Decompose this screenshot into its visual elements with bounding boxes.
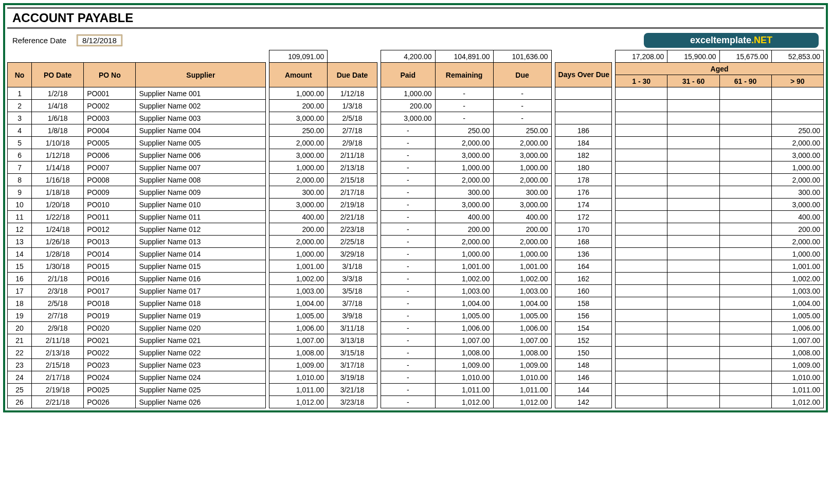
cell-remaining[interactable]: 1,007.00 xyxy=(435,334,493,347)
cell-days[interactable]: 158 xyxy=(555,297,612,310)
cell-duedate[interactable]: 3/1/18 xyxy=(328,260,377,273)
cell-aged-1[interactable] xyxy=(616,396,667,408)
cell-days[interactable]: 154 xyxy=(555,322,612,334)
cell-aged-3[interactable] xyxy=(719,199,771,211)
cell-days[interactable]: 174 xyxy=(555,199,612,211)
cell-aged-4[interactable]: 1,007.00 xyxy=(771,334,823,347)
cell-podate[interactable]: 2/5/18 xyxy=(32,297,84,310)
cell-paid[interactable]: - xyxy=(381,211,435,223)
cell-podate[interactable]: 1/4/18 xyxy=(32,100,84,112)
cell-aged-1[interactable] xyxy=(616,124,667,137)
cell-aged-2[interactable] xyxy=(667,223,719,236)
cell-duedate[interactable]: 2/15/18 xyxy=(328,174,377,186)
cell-duedate[interactable]: 3/23/18 xyxy=(328,396,377,408)
cell-amount[interactable]: 1,006.00 xyxy=(269,322,328,334)
cell-supplier[interactable]: Supplier Name 010 xyxy=(136,199,266,211)
cell-aged-4[interactable]: 1,011.00 xyxy=(771,384,823,396)
cell-remaining[interactable]: - xyxy=(435,100,493,112)
cell-amount[interactable]: 1,004.00 xyxy=(269,297,328,310)
cell-podate[interactable]: 2/9/18 xyxy=(32,322,84,334)
cell-amount[interactable]: 1,000.00 xyxy=(269,248,328,260)
cell-no[interactable]: 25 xyxy=(8,384,32,396)
cell-supplier[interactable]: Supplier Name 005 xyxy=(136,137,266,149)
cell-remaining[interactable]: 1,012.00 xyxy=(435,396,493,408)
cell-podate[interactable]: 1/10/18 xyxy=(32,137,84,149)
cell-amount[interactable]: 1,010.00 xyxy=(269,371,328,384)
cell-due[interactable]: 1,011.00 xyxy=(493,384,551,396)
cell-no[interactable]: 24 xyxy=(8,371,32,384)
cell-amount[interactable]: 1,007.00 xyxy=(269,334,328,347)
cell-aged-1[interactable] xyxy=(616,285,667,297)
cell-podate[interactable]: 1/14/18 xyxy=(32,161,84,174)
cell-no[interactable]: 12 xyxy=(8,223,32,236)
cell-aged-3[interactable] xyxy=(719,297,771,310)
cell-duedate[interactable]: 3/29/18 xyxy=(328,248,377,260)
cell-pono[interactable]: PO016 xyxy=(84,273,136,285)
cell-amount[interactable]: 1,011.00 xyxy=(269,384,328,396)
cell-supplier[interactable]: Supplier Name 024 xyxy=(136,371,266,384)
cell-aged-1[interactable] xyxy=(616,199,667,211)
cell-due[interactable]: 250.00 xyxy=(493,124,551,137)
cell-pono[interactable]: PO010 xyxy=(84,199,136,211)
cell-supplier[interactable]: Supplier Name 002 xyxy=(136,100,266,112)
cell-remaining[interactable]: 1,008.00 xyxy=(435,347,493,359)
cell-pono[interactable]: PO018 xyxy=(84,297,136,310)
cell-duedate[interactable]: 3/13/18 xyxy=(328,334,377,347)
cell-due[interactable]: - xyxy=(493,112,551,124)
cell-pono[interactable]: PO014 xyxy=(84,248,136,260)
cell-pono[interactable]: PO004 xyxy=(84,124,136,137)
cell-aged-2[interactable] xyxy=(667,347,719,359)
cell-podate[interactable]: 1/16/18 xyxy=(32,174,84,186)
cell-aged-3[interactable] xyxy=(719,322,771,334)
cell-days[interactable]: 148 xyxy=(555,359,612,371)
cell-supplier[interactable]: Supplier Name 008 xyxy=(136,174,266,186)
cell-due[interactable]: 1,000.00 xyxy=(493,248,551,260)
cell-aged-1[interactable] xyxy=(616,87,667,100)
cell-podate[interactable]: 2/1/18 xyxy=(32,273,84,285)
cell-duedate[interactable]: 2/9/18 xyxy=(328,137,377,149)
cell-no[interactable]: 17 xyxy=(8,285,32,297)
cell-pono[interactable]: PO020 xyxy=(84,322,136,334)
cell-paid[interactable]: - xyxy=(381,236,435,248)
cell-aged-1[interactable] xyxy=(616,359,667,371)
cell-aged-3[interactable] xyxy=(719,112,771,124)
cell-aged-4[interactable]: 2,000.00 xyxy=(771,236,823,248)
cell-paid[interactable]: - xyxy=(381,124,435,137)
cell-aged-1[interactable] xyxy=(616,161,667,174)
cell-remaining[interactable]: 1,009.00 xyxy=(435,359,493,371)
cell-paid[interactable]: - xyxy=(381,260,435,273)
cell-paid[interactable]: - xyxy=(381,186,435,199)
cell-days[interactable]: 150 xyxy=(555,347,612,359)
cell-supplier[interactable]: Supplier Name 003 xyxy=(136,112,266,124)
cell-aged-3[interactable] xyxy=(719,161,771,174)
cell-aged-2[interactable] xyxy=(667,137,719,149)
cell-podate[interactable]: 2/17/18 xyxy=(32,371,84,384)
cell-remaining[interactable]: 2,000.00 xyxy=(435,137,493,149)
cell-due[interactable]: 1,009.00 xyxy=(493,359,551,371)
cell-amount[interactable]: 1,012.00 xyxy=(269,396,328,408)
cell-aged-2[interactable] xyxy=(667,186,719,199)
cell-due[interactable]: 400.00 xyxy=(493,211,551,223)
cell-aged-1[interactable] xyxy=(616,260,667,273)
cell-duedate[interactable]: 2/13/18 xyxy=(328,161,377,174)
cell-aged-2[interactable] xyxy=(667,161,719,174)
cell-aged-4[interactable]: 3,000.00 xyxy=(771,199,823,211)
cell-aged-3[interactable] xyxy=(719,149,771,161)
cell-no[interactable]: 5 xyxy=(8,137,32,149)
cell-due[interactable]: 1,010.00 xyxy=(493,371,551,384)
cell-pono[interactable]: PO022 xyxy=(84,347,136,359)
cell-amount[interactable]: 200.00 xyxy=(269,100,328,112)
cell-days[interactable]: 156 xyxy=(555,310,612,322)
cell-paid[interactable]: - xyxy=(381,371,435,384)
cell-no[interactable]: 10 xyxy=(8,199,32,211)
cell-pono[interactable]: PO021 xyxy=(84,334,136,347)
cell-aged-4[interactable]: 1,005.00 xyxy=(771,310,823,322)
cell-duedate[interactable]: 1/12/18 xyxy=(328,87,377,100)
cell-paid[interactable]: - xyxy=(381,161,435,174)
cell-duedate[interactable]: 2/7/18 xyxy=(328,124,377,137)
cell-amount[interactable]: 1,000.00 xyxy=(269,161,328,174)
cell-pono[interactable]: PO007 xyxy=(84,161,136,174)
cell-podate[interactable]: 1/24/18 xyxy=(32,223,84,236)
cell-supplier[interactable]: Supplier Name 020 xyxy=(136,322,266,334)
cell-no[interactable]: 16 xyxy=(8,273,32,285)
